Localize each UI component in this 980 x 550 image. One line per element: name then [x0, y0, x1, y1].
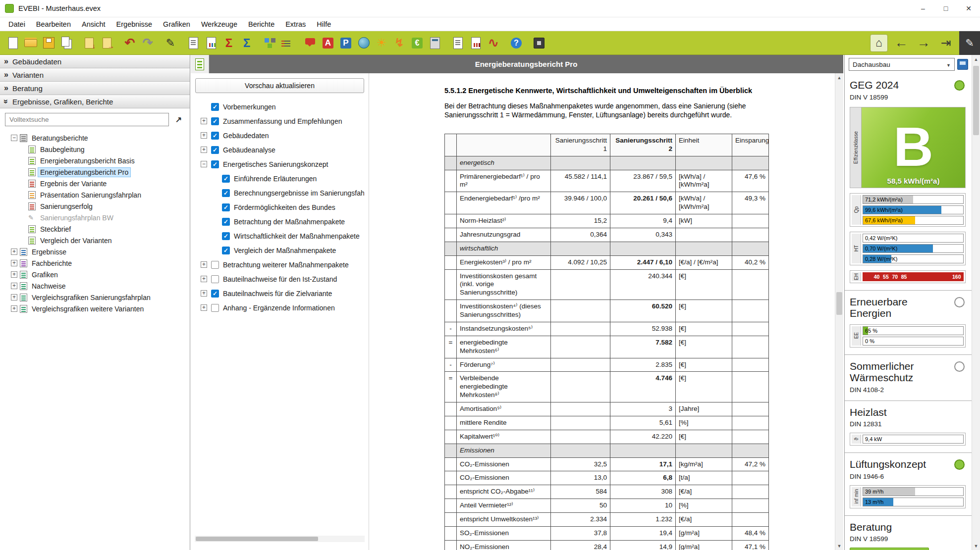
- detach-panel-icon[interactable]: [957, 59, 968, 70]
- report-item-gebäudeanalyse[interactable]: Gebäudeanalyse: [195, 143, 364, 157]
- report-item-betrachtung-der-maßnahmenpakete[interactable]: Betrachtung der Maßnahmenpakete: [195, 214, 364, 229]
- checkbox[interactable]: [222, 232, 230, 240]
- goto-icon[interactable]: [937, 34, 955, 52]
- tree-item-vergleichsgrafiken-weitere-varianten[interactable]: Vergleichsgrafiken weitere Varianten: [0, 303, 190, 314]
- calculator-icon[interactable]: [426, 34, 444, 52]
- sidebar-section-gebäudedaten[interactable]: Gebäudedaten: [0, 55, 190, 68]
- report-item-einführende-erläuterungen[interactable]: Einführende Erläuterungen: [195, 171, 364, 186]
- expander-icon[interactable]: [201, 118, 207, 124]
- tree-item-beratungsberichte[interactable]: Beratungsberichte: [0, 132, 190, 144]
- scroll-up-icon[interactable]: [835, 73, 843, 82]
- menu-item-grafiken[interactable]: Grafiken: [158, 17, 196, 31]
- tree-item-baubegleitung[interactable]: Baubegleitung: [0, 144, 190, 155]
- chart-report-icon[interactable]: [202, 34, 220, 52]
- chart-red-report-icon[interactable]: [467, 34, 485, 52]
- letter-p-icon[interactable]: [337, 34, 355, 52]
- expander-icon[interactable]: [11, 294, 17, 300]
- menu-item-datei[interactable]: Datei: [3, 17, 31, 31]
- checkbox[interactable]: [211, 275, 219, 283]
- scroll-down-icon[interactable]: [835, 542, 843, 550]
- minimize-button[interactable]: –: [912, 0, 934, 17]
- panel-scrollbar[interactable]: [972, 55, 980, 550]
- tree-item-vergleich-der-varianten[interactable]: Vergleich der Varianten: [0, 235, 190, 246]
- app-box-icon[interactable]: [530, 34, 548, 52]
- maximize-button[interactable]: □: [934, 0, 957, 17]
- tree-item-fachberichte[interactable]: Fachberichte: [0, 257, 190, 269]
- sum-blue-icon[interactable]: [238, 34, 256, 52]
- expander-icon[interactable]: [201, 161, 207, 167]
- expander-icon[interactable]: [11, 305, 17, 312]
- expander-icon[interactable]: [11, 249, 17, 255]
- variant-dropdown[interactable]: Dachausbau: [849, 58, 955, 71]
- text-report-icon[interactable]: [184, 34, 202, 52]
- expander-icon[interactable]: [11, 135, 17, 141]
- checkbox[interactable]: [211, 117, 219, 125]
- tree-item-ergebnisse[interactable]: Ergebnisse: [0, 246, 190, 257]
- menu-item-berichte[interactable]: Berichte: [243, 17, 280, 31]
- report-item-bauteilnachweis-für-die-zielvariante[interactable]: Bauteilnachweis für die Zielvariante: [195, 286, 364, 300]
- document-scrollbar-thumb[interactable]: [836, 292, 842, 315]
- report-item-bauteilnachweise-für-den-ist-zustand[interactable]: Bauteilnachweise für den Ist-Zustand: [195, 272, 364, 286]
- list-check-icon[interactable]: [278, 34, 296, 52]
- expander-icon[interactable]: [11, 260, 17, 266]
- checkbox[interactable]: [222, 189, 230, 197]
- report-item-vergleich-der-maßnahmenpakete[interactable]: Vergleich der Maßnahmenpakete: [195, 243, 364, 257]
- expander-icon[interactable]: [201, 304, 207, 311]
- sum-red-icon[interactable]: [220, 34, 238, 52]
- expander-icon[interactable]: [201, 132, 207, 139]
- sidebar-section-varianten[interactable]: Varianten: [0, 68, 190, 82]
- report-item-gebäudedaten[interactable]: Gebäudedaten: [195, 128, 364, 143]
- report-item-fördermöglichkeiten-des-bundes[interactable]: Fördermöglichkeiten des Bundes: [195, 200, 364, 214]
- bolt-icon[interactable]: [390, 34, 408, 52]
- forward-arrow-icon[interactable]: [915, 34, 932, 52]
- close-button[interactable]: ✕: [957, 0, 980, 17]
- sidebar-section-beratung[interactable]: Beratung: [0, 82, 190, 95]
- panel-scrollbar-thumb[interactable]: [973, 66, 979, 135]
- report-item-betrachtung-weiterer-maßnahmenpakete[interactable]: Betrachtung weiterer Maßnahmenpakete: [195, 257, 364, 272]
- comment-icon[interactable]: [301, 34, 319, 52]
- document-scrollbar[interactable]: [835, 73, 843, 550]
- checkbox[interactable]: [222, 247, 230, 254]
- expander-icon[interactable]: [201, 147, 207, 153]
- update-preview-button[interactable]: Vorschau aktualisieren: [195, 78, 364, 93]
- checkbox[interactable]: [211, 103, 219, 111]
- search-input[interactable]: [5, 113, 169, 126]
- report-item-energetisches-sanierungskonzept[interactable]: Energetisches Sanierungskonzept: [195, 157, 364, 171]
- report-item-wirtschaftlichkeit-der-maßnahmenpakete[interactable]: Wirtschaftlichkeit der Maßnahmenpakete: [195, 229, 364, 243]
- report-item-berechnungsergebnisse-im-sanierungsfahrplan[interactable]: Berechnungsergebnisse im Sanierungsfahrp…: [195, 186, 364, 200]
- help-icon[interactable]: [507, 34, 525, 52]
- checkbox[interactable]: [222, 175, 230, 183]
- tree-item-präsentation-sanierungsfahrplan[interactable]: Präsentation Sanierungsfahrplan: [0, 189, 190, 200]
- expand-search-icon[interactable]: [172, 113, 185, 126]
- sun-icon[interactable]: [373, 34, 390, 52]
- horizontal-scrollbar-thumb[interactable]: [196, 537, 318, 541]
- report-item-vorbemerkungen[interactable]: Vorbemerkungen: [195, 100, 364, 114]
- menu-item-bearbeiten[interactable]: Bearbeiten: [31, 17, 76, 31]
- back-arrow-icon[interactable]: [892, 34, 910, 52]
- checkbox[interactable]: [211, 290, 219, 298]
- tree-item-steckbrief[interactable]: Steckbrief: [0, 223, 190, 235]
- open-folder-icon[interactable]: [22, 34, 40, 52]
- expander-icon[interactable]: [201, 261, 207, 268]
- flow-diagram-icon[interactable]: [261, 34, 278, 52]
- signature-icon[interactable]: [959, 31, 980, 55]
- undo-icon[interactable]: [121, 34, 139, 52]
- export-doc-icon[interactable]: [98, 34, 116, 52]
- checkbox[interactable]: [211, 261, 219, 269]
- checkbox[interactable]: [211, 160, 219, 168]
- tree-item-ergebnis-der-variante[interactable]: Ergebnis der Variante: [0, 178, 190, 189]
- tree-item-sanierungserfolg[interactable]: Sanierungserfolg: [0, 200, 190, 212]
- tree-item-energieberatungsbericht-pro[interactable]: Energieberatungsbericht Pro: [0, 166, 190, 178]
- scroll-down-icon[interactable]: [972, 542, 980, 550]
- letter-a-icon[interactable]: [319, 34, 337, 52]
- report-item-anhang-ergänzende-informationen[interactable]: Anhang - Ergänzende Informationen: [195, 300, 364, 315]
- expander-icon[interactable]: [11, 283, 17, 289]
- copy-icon[interactable]: [57, 34, 75, 52]
- curve-icon[interactable]: [485, 34, 502, 52]
- checkbox[interactable]: [211, 132, 219, 140]
- redo-icon[interactable]: [139, 34, 157, 52]
- menu-item-ergebnisse[interactable]: Ergebnisse: [111, 17, 158, 31]
- checkbox[interactable]: [222, 218, 230, 226]
- horizontal-scrollbar[interactable]: [195, 536, 365, 542]
- sidebar-section-ergebnisse-grafiken-berichte[interactable]: Ergebnisse, Grafiken, Berichte: [0, 95, 190, 108]
